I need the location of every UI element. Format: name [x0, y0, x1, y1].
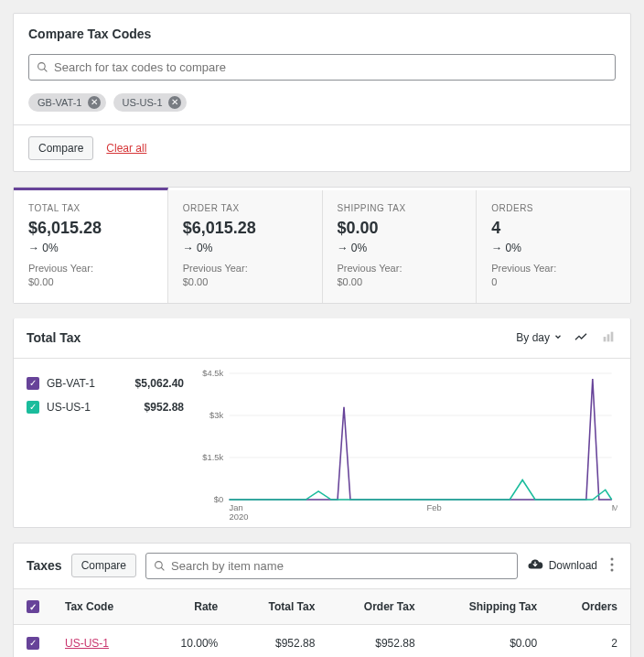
stats-card: TOTAL TAX $6,015.28 → 0% Previous Year:$…: [13, 187, 631, 304]
stat-value: $0.00: [338, 219, 462, 238]
taxes-table: ✓Tax CodeRateTotal TaxOrder TaxShipping …: [14, 589, 630, 657]
compare-chips: GB-VAT-1✕US-US-1✕: [14, 93, 630, 124]
compare-search-box[interactable]: [28, 54, 616, 81]
col-order-tax[interactable]: Order Tax: [327, 589, 427, 625]
close-icon[interactable]: ✕: [168, 96, 181, 109]
stat-prev: Previous Year:$0.00: [338, 262, 462, 290]
svg-rect-3: [607, 334, 610, 341]
svg-rect-4: [611, 331, 614, 341]
legend-value: $5,062.40: [135, 377, 184, 390]
svg-point-0: [38, 63, 46, 70]
svg-line-19: [161, 567, 164, 570]
col-tax-code[interactable]: Tax Code: [52, 589, 149, 625]
compare-actions: Compare Clear all: [14, 124, 630, 171]
legend-item-gb-vat-1[interactable]: ✓ GB-VAT-1 $5,062.40: [27, 372, 184, 395]
legend-name: US-US-1: [47, 401, 91, 414]
compare-card: Compare Tax Codes GB-VAT-1✕US-US-1✕ Comp…: [13, 13, 631, 172]
col-total-tax[interactable]: Total Tax: [231, 589, 327, 625]
stat-tab-total-tax[interactable]: TOTAL TAX $6,015.28 → 0% Previous Year:$…: [14, 188, 168, 303]
stat-tab-orders[interactable]: ORDERS 4 → 0% Previous Year:0: [477, 190, 630, 303]
taxes-header: Taxes Compare Download: [14, 544, 630, 589]
stat-label: ORDERS: [491, 203, 616, 213]
legend-value: $952.88: [145, 401, 184, 414]
svg-text:$0: $0: [214, 495, 223, 504]
stat-label: SHIPPING TAX: [338, 203, 462, 213]
download-button[interactable]: Download: [527, 556, 597, 576]
chart-body: ✓ GB-VAT-1 $5,062.40 ✓ US-US-1 $952.88 $…: [14, 359, 630, 527]
compare-title: Compare Tax Codes: [14, 14, 630, 54]
tax-code-link[interactable]: US-US-1: [65, 637, 109, 650]
stat-value: $6,015.28: [183, 219, 307, 238]
stat-value: $6,015.28: [28, 219, 153, 238]
taxes-search-input[interactable]: [171, 559, 510, 573]
search-icon: [37, 61, 48, 73]
chip-gb-vat-1: GB-VAT-1✕: [28, 93, 106, 112]
svg-text:$4.5k: $4.5k: [202, 369, 223, 378]
search-icon: [154, 560, 166, 572]
cell-order: $952.88: [327, 625, 427, 657]
cell-rate: 10.00%: [149, 625, 231, 657]
cell-total: $952.88: [231, 625, 327, 657]
taxes-title: Taxes: [27, 558, 62, 573]
chip-us-us-1: US-US-1✕: [113, 93, 187, 112]
cell-shipping: $0.00: [428, 625, 551, 657]
svg-text:Mar: Mar: [612, 503, 617, 512]
checkbox-icon: ✓: [27, 600, 39, 613]
interval-dropdown[interactable]: By day: [516, 331, 563, 344]
stat-tab-order-tax[interactable]: ORDER TAX $6,015.28 → 0% Previous Year:$…: [168, 190, 323, 303]
svg-text:Feb: Feb: [427, 503, 442, 512]
compare-search-input[interactable]: [54, 60, 607, 74]
chart-title: Total Tax: [27, 330, 80, 345]
chart-controls: By day: [516, 328, 617, 349]
stat-delta: → 0%: [28, 242, 153, 254]
chart-legend: ✓ GB-VAT-1 $5,062.40 ✓ US-US-1 $952.88: [14, 359, 197, 527]
cloud-download-icon: [527, 556, 543, 576]
chart-plot: $0$1.5k$3k$4.5kJanFebMar2020: [197, 368, 617, 523]
col-rate[interactable]: Rate: [149, 589, 231, 625]
stat-value: 4: [491, 219, 616, 238]
chevron-down-icon: [553, 331, 563, 344]
table-row: ✓ US-US-1 10.00% $952.88 $952.88 $0.00 2: [14, 625, 630, 657]
svg-rect-2: [604, 337, 606, 341]
svg-line-1: [44, 69, 47, 71]
taxes-card: Taxes Compare Download ✓Tax CodeRateTota…: [13, 543, 631, 657]
taxes-search-box[interactable]: [145, 553, 518, 579]
compare-button[interactable]: Compare: [28, 136, 93, 160]
checkbox-header[interactable]: ✓: [14, 589, 52, 625]
legend-name: GB-VAT-1: [47, 377, 95, 390]
row-checkbox[interactable]: ✓: [14, 625, 52, 657]
download-label: Download: [549, 559, 597, 572]
svg-text:Jan: Jan: [230, 503, 243, 512]
compare-search-wrap: [14, 54, 630, 93]
stat-delta: → 0%: [183, 242, 307, 254]
stat-prev: Previous Year:0: [491, 262, 616, 290]
chart-header: Total Tax By day: [14, 318, 630, 359]
svg-point-21: [611, 563, 614, 565]
cell-code: US-US-1: [52, 625, 149, 657]
kebab-menu-icon[interactable]: [606, 557, 617, 575]
stat-prev: Previous Year:$0.00: [183, 262, 307, 290]
stat-tab-shipping-tax[interactable]: SHIPPING TAX $0.00 → 0% Previous Year:$0…: [323, 190, 478, 303]
svg-text:2020: 2020: [230, 512, 249, 522]
stat-label: ORDER TAX: [183, 203, 307, 213]
svg-point-20: [611, 557, 614, 560]
taxes-search-wrap: [145, 553, 518, 579]
chip-label: US-US-1: [123, 97, 163, 108]
svg-point-18: [156, 561, 163, 568]
close-icon[interactable]: ✕: [88, 96, 101, 109]
stat-delta: → 0%: [491, 242, 616, 254]
col-shipping-tax[interactable]: Shipping Tax: [428, 589, 551, 625]
stat-tabs: TOTAL TAX $6,015.28 → 0% Previous Year:$…: [14, 188, 630, 303]
col-orders[interactable]: Orders: [550, 589, 630, 625]
svg-text:$1.5k: $1.5k: [202, 453, 223, 462]
legend-item-us-us-1[interactable]: ✓ US-US-1 $952.88: [27, 395, 184, 419]
taxes-compare-button[interactable]: Compare: [71, 554, 136, 577]
cell-orders: 2: [550, 625, 630, 657]
clear-all-link[interactable]: Clear all: [106, 142, 146, 155]
line-chart-icon[interactable]: [572, 328, 590, 349]
chart-area: $0$1.5k$3k$4.5kJanFebMar2020: [197, 359, 630, 527]
checkbox-icon[interactable]: ✓: [27, 401, 39, 414]
checkbox-icon[interactable]: ✓: [27, 377, 39, 390]
svg-point-22: [611, 568, 614, 571]
bar-chart-icon[interactable]: [599, 328, 617, 349]
